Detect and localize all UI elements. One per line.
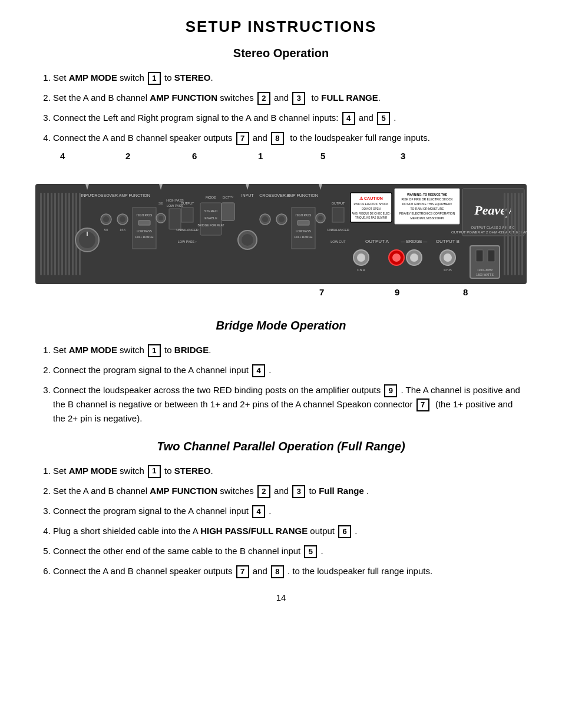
badge-3: 3 [292, 92, 305, 105]
svg-text:LOW PASS: LOW PASS [296, 229, 311, 233]
svg-rect-2 [44, 193, 45, 275]
svg-rect-62 [332, 207, 344, 222]
amp-mode-label-p: AMP MODE [69, 466, 117, 476]
svg-rect-9 [68, 193, 70, 275]
svg-point-54 [279, 216, 285, 222]
svg-text:MODE: MODE [206, 196, 216, 199]
badge-2: 2 [257, 92, 270, 105]
top-label-2: 2 [125, 151, 130, 161]
amp-mode-label-b: AMP MODE [69, 345, 117, 355]
svg-text:OUTPUT: OUTPUT [332, 202, 345, 205]
svg-rect-96 [476, 250, 483, 262]
stereo-section: Stereo Operation Set AMP MODE switch 1 t… [35, 47, 527, 145]
svg-rect-57 [297, 220, 309, 225]
svg-text:1500 WATTS: 1500 WATTS [476, 273, 494, 276]
bottom-label-8: 8 [463, 287, 468, 297]
svg-rect-8 [65, 193, 67, 275]
svg-rect-97 [488, 250, 495, 262]
svg-point-19 [103, 216, 109, 222]
badge-7p: 7 [236, 565, 249, 578]
badge-7: 7 [236, 132, 249, 145]
svg-text:DO NOT OPEN: DO NOT OPEN [362, 207, 380, 210]
svg-text:OUTPUT B: OUTPUT B [436, 239, 459, 244]
badge-8p: 8 [271, 565, 284, 578]
list-item: Connect the A and B channel speaker outp… [53, 564, 527, 578]
svg-rect-3 [47, 193, 49, 275]
badge-3p: 3 [292, 485, 305, 498]
svg-text:INPUT: INPUT [242, 193, 254, 197]
full-range-label: FULL RANGE [321, 93, 378, 103]
svg-text:LOW PASS: LOW PASS [137, 229, 152, 233]
bridge-heading: Bridge Mode Operation [35, 319, 527, 332]
svg-text:⚠ CAUTION: ⚠ CAUTION [359, 196, 383, 200]
svg-rect-34 [169, 209, 181, 229]
svg-rect-105 [521, 193, 523, 275]
svg-text:MERIDIAN, MISSISSIPPI: MERIDIAN, MISSISSIPPI [411, 216, 444, 220]
svg-point-31 [158, 216, 163, 220]
top-label-5: 5 [320, 151, 325, 161]
badge-5p: 5 [304, 545, 317, 558]
svg-rect-5 [54, 193, 56, 275]
list-item: Set AMP MODE switch 1 to STEREO. [53, 464, 527, 478]
svg-text:HIGH PASS: HIGH PASS [296, 213, 312, 217]
list-item: Plug a short shielded cable into the A H… [53, 524, 527, 538]
svg-rect-45 [222, 203, 234, 220]
list-item: Set AMP MODE switch 1 to BRIDGE. [53, 343, 527, 357]
top-labels: 4 2 6 1 5 3 [35, 167, 527, 184]
badge-7b: 7 [416, 398, 429, 411]
badge-4: 4 [342, 112, 355, 125]
bottom-label-9: 9 [395, 287, 399, 297]
svg-point-93 [444, 253, 452, 262]
svg-rect-104 [518, 193, 520, 275]
list-item: Set the A and B channel AMP FUNCTION swi… [53, 484, 527, 498]
parallel-list: Set AMP MODE switch 1 to STEREO. Set the… [53, 464, 527, 578]
svg-text:UNBALANCED: UNBALANCED [176, 228, 199, 232]
list-item: Connect the other end of the same cable … [53, 544, 527, 558]
amp-diagram-wrapper: 4 2 6 1 5 3 INPUT C [35, 167, 527, 301]
svg-text:OUTPUT: OUTPUT [181, 202, 194, 205]
page-number: 14 [35, 592, 527, 602]
page-title: SETUP INSTRUCTIONS [35, 18, 527, 36]
svg-text:Ch.B: Ch.B [444, 268, 451, 272]
svg-text:Peavey: Peavey [474, 203, 512, 218]
svg-text:STEREO: STEREO [204, 209, 218, 213]
list-item: Set AMP MODE switch 1 to STEREO. [53, 71, 527, 85]
stereo-heading: Stereo Operation [35, 47, 527, 60]
svg-text:SE: SE [158, 202, 163, 205]
svg-text:CROSSOVER AMP FUNCTION: CROSSOVER AMP FUNCTION [259, 193, 318, 197]
badge-1: 1 [148, 72, 161, 85]
bridge-label: BRIDGE [174, 345, 209, 355]
svg-text:UNBALANCED: UNBALANCED [327, 228, 349, 232]
svg-text:120V~60Hz: 120V~60Hz [477, 268, 493, 272]
bottom-labels: 7 9 8 [35, 287, 527, 301]
svg-text:LOW CUT: LOW CUT [330, 240, 346, 243]
svg-point-61 [318, 216, 323, 220]
list-item: Set the A and B channel AMP FUNCTION swi… [53, 91, 527, 105]
svg-rect-7 [61, 193, 63, 275]
svg-rect-103 [514, 193, 516, 275]
svg-text:TO RAIN OR MOISTURE: TO RAIN OR MOISTURE [411, 207, 445, 210]
badge-8: 8 [271, 132, 284, 145]
top-label-1: 1 [258, 151, 263, 161]
svg-text:HIGH PASS: HIGH PASS [137, 213, 153, 217]
svg-text:AVIS: RISQUE DE CHOC ELEC-: AVIS: RISQUE DE CHOC ELEC- [352, 212, 391, 215]
svg-text:FULL RANGE: FULL RANGE [294, 235, 313, 239]
svg-text:DO NOT EXPOSE THIS EQUIPMENT: DO NOT EXPOSE THIS EQUIPMENT [402, 202, 452, 206]
svg-text:TRIQUE, NE PAS OUVRIR: TRIQUE, NE PAS OUVRIR [355, 216, 388, 219]
svg-point-22 [120, 216, 125, 222]
svg-rect-1 [40, 193, 42, 275]
bridge-section: Bridge Mode Operation Set AMP MODE switc… [35, 319, 527, 425]
svg-text:RISK OF FIRE OR ELECTRIC SHOCK: RISK OF FIRE OR ELECTRIC SHOCK [402, 197, 454, 201]
svg-text:165: 165 [120, 228, 126, 232]
list-item: Connect the loudspeaker across the two R… [53, 383, 527, 425]
svg-rect-36 [181, 207, 193, 222]
svg-text:— BRIDGE —: — BRIDGE — [401, 239, 428, 243]
svg-text:PEAVEY ELECTRONICS CORPORATION: PEAVEY ELECTRONICS CORPORATION [399, 212, 455, 215]
svg-text:Ch.A: Ch.A [357, 268, 365, 272]
badge-1b: 1 [148, 344, 161, 357]
amp-function-label: AMP FUNCTION [150, 93, 217, 103]
parallel-section: Two Channel Parallel Operation (Full Ran… [35, 440, 527, 578]
svg-point-52 [262, 216, 268, 222]
badge-4b: 4 [252, 364, 265, 377]
bridge-list: Set AMP MODE switch 1 to BRIDGE. Connect… [53, 343, 527, 425]
